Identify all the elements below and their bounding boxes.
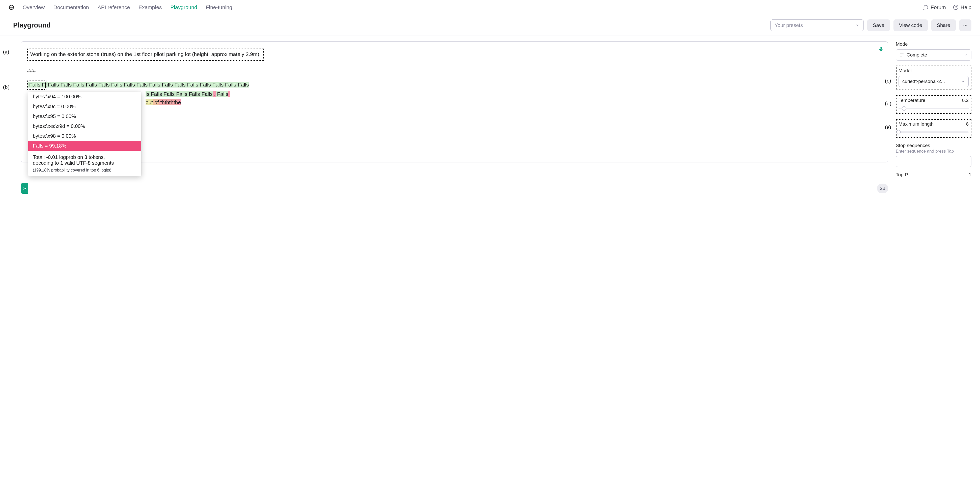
max-length-group: (e) Maximum length 8: [896, 119, 971, 138]
preset-placeholder: Your presets: [775, 22, 803, 28]
model-label: Model: [899, 68, 969, 73]
save-button[interactable]: Save: [867, 19, 890, 31]
page-title: Playground: [13, 21, 767, 29]
output-token: .: [228, 91, 230, 97]
output-token: Falls: [216, 91, 228, 97]
logprob-row[interactable]: bytes:\x98 = 0.00%: [28, 131, 141, 141]
mode-value: Complete: [907, 52, 927, 58]
nav-fine-tuning[interactable]: Fine-tuning: [206, 4, 232, 10]
logprob-row-selected[interactable]: Falls = 99.18%: [28, 141, 141, 151]
output-token: of: [153, 99, 159, 105]
temperature-value: 0.2: [962, 98, 969, 103]
annotation-b: (b): [3, 84, 10, 90]
submit-button[interactable]: S: [21, 183, 28, 194]
logprob-row[interactable]: bytes:\xec\x9d = 0.00%: [28, 121, 141, 131]
logprob-summary: Total: -0.01 logprob on 3 tokens, decodi…: [28, 151, 141, 168]
preset-select[interactable]: Your presets: [770, 19, 864, 31]
output-token: thththth: [159, 99, 178, 105]
help-circle-icon: [953, 5, 959, 10]
logprob-row[interactable]: bytes:\x9c = 0.00%: [28, 102, 141, 111]
logprob-row[interactable]: bytes:\x94 = 100.00%: [28, 92, 141, 102]
temperature-group: (d) Temperature 0.2: [896, 95, 971, 114]
prompt-editor[interactable]: Working on the exterior stone (truss) on…: [21, 41, 888, 162]
nav-documentation[interactable]: Documentation: [54, 4, 89, 10]
prompt-separator: ###: [27, 66, 874, 75]
microphone-button[interactable]: [878, 46, 883, 53]
output-token: ls Falls Falls Falls Falls Falls: [146, 91, 213, 97]
svg-point-5: [966, 25, 967, 25]
ellipsis-icon: [963, 23, 968, 28]
openai-logo-icon: [8, 3, 15, 11]
slider-thumb[interactable]: [902, 106, 906, 111]
nav-links: Overview Documentation API reference Exa…: [23, 4, 915, 10]
model-value: curie:ft-personal-2...: [902, 79, 945, 84]
output-token: Falls Falls Falls Falls Falls Falls Fall…: [46, 82, 249, 87]
model-select[interactable]: curie:ft-personal-2...: [899, 76, 969, 87]
output-token: e: [178, 99, 181, 105]
top-p-group: Top P 1: [896, 172, 971, 178]
chevron-down-icon: [961, 80, 965, 83]
nav-overview[interactable]: Overview: [23, 4, 45, 10]
more-button[interactable]: [959, 19, 971, 31]
output-token: .: [213, 91, 216, 97]
view-code-button[interactable]: View code: [894, 19, 928, 31]
forum-label: Forum: [931, 4, 946, 10]
annotation-a: (a): [3, 48, 9, 55]
max-length-slider[interactable]: [899, 129, 969, 134]
stop-sequences-label: Stop sequences: [896, 143, 971, 148]
nav-examples[interactable]: Examples: [138, 4, 162, 10]
settings-panel: Mode Complete (c) Model curie:ft-persona…: [896, 41, 971, 180]
model-group: (c) Model curie:ft-personal-2...: [896, 65, 971, 90]
sub-header: Playground Your presets Save View code S…: [0, 15, 980, 36]
mode-label: Mode: [896, 41, 971, 47]
completion-output: Falls F Falls Falls Falls Falls Falls Fa…: [27, 80, 874, 107]
chevron-down-icon: [964, 53, 968, 57]
top-nav: Overview Documentation API reference Exa…: [0, 0, 980, 15]
svg-point-1: [953, 5, 958, 10]
token-probability-popover: bytes:\x94 = 100.00% bytes:\x9c = 0.00% …: [28, 92, 141, 176]
temperature-label: Temperature: [899, 98, 926, 103]
token-count-badge: 28: [877, 184, 888, 193]
help-link[interactable]: Help: [953, 4, 971, 10]
nav-api-reference[interactable]: API reference: [98, 4, 130, 10]
logprob-footnote: (199.18% probability covered in top 6 lo…: [28, 168, 141, 176]
stop-sequences-group: Stop sequences Enter sequence and press …: [896, 143, 971, 167]
annotation-c: (c): [885, 78, 891, 84]
chevron-down-icon: [855, 23, 859, 27]
help-label: Help: [961, 4, 971, 10]
output-token: out: [146, 99, 153, 105]
share-button[interactable]: Share: [931, 19, 956, 31]
top-p-label: Top P: [896, 172, 908, 178]
max-length-label: Maximum length: [899, 121, 934, 127]
prompt-text: Working on the exterior stone (truss) on…: [27, 48, 264, 61]
top-p-value: 1: [969, 172, 971, 178]
logprob-row[interactable]: bytes:\x95 = 0.00%: [28, 111, 141, 121]
list-icon: [899, 53, 904, 57]
nav-playground[interactable]: Playground: [170, 4, 197, 10]
svg-point-3: [964, 25, 964, 25]
stop-sequences-hint: Enter sequence and press Tab: [896, 149, 971, 154]
temperature-slider[interactable]: [899, 106, 969, 111]
mode-select[interactable]: Complete: [896, 49, 971, 60]
microphone-icon: [878, 46, 883, 52]
output-token: Falls F: [28, 82, 45, 87]
stop-sequences-input[interactable]: [896, 156, 971, 167]
forum-link[interactable]: Forum: [923, 4, 946, 10]
annotation-e: (e): [885, 124, 891, 130]
svg-rect-6: [880, 47, 881, 50]
chat-bubble-icon: [923, 5, 929, 10]
mode-group: Mode Complete: [896, 41, 971, 60]
slider-thumb[interactable]: [896, 130, 901, 134]
annotation-d: (d): [885, 100, 891, 107]
max-length-value: 8: [966, 121, 969, 127]
svg-point-4: [965, 25, 966, 25]
